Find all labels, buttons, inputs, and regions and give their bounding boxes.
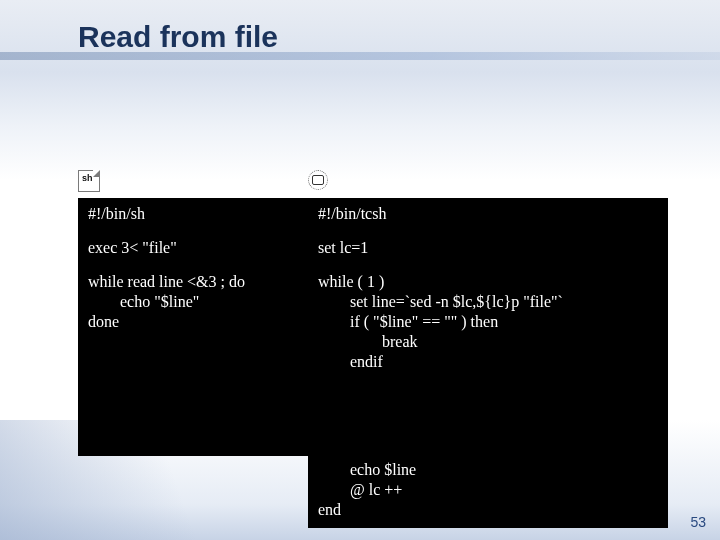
icon-row: sh	[78, 170, 668, 196]
tcsh-loop: while ( 1 ) set line=`sed -n $lc,${lc}p …	[318, 272, 658, 372]
slide-container: Read from file sh #!/bin/sh #!/bin/tcsh …	[0, 0, 720, 540]
sh-shebang: #!/bin/sh	[88, 204, 298, 224]
page-title: Read from file	[78, 20, 278, 54]
tcsh-setup: set lc=1	[318, 238, 658, 258]
csh-dotted-icon	[308, 170, 328, 190]
code-row-setup: exec 3< "file" set lc=1	[78, 232, 668, 266]
dogear-icon	[93, 170, 100, 177]
code-row-loop: while read line <&3 ; do echo "$line" do…	[78, 266, 668, 456]
sh-file-icon: sh	[78, 170, 100, 192]
page-number: 53	[690, 514, 706, 530]
tcsh-tail: echo $line @ lc ++ end	[318, 460, 658, 520]
sh-loop: while read line <&3 ; do echo "$line" do…	[88, 272, 298, 332]
code-row-shebang: #!/bin/sh #!/bin/tcsh	[78, 198, 668, 232]
code-row-tail: echo $line @ lc ++ end	[308, 456, 668, 528]
tcsh-shebang: #!/bin/tcsh	[318, 204, 658, 224]
sh-file-icon-label: sh	[82, 174, 93, 183]
csh-core-icon	[312, 175, 324, 185]
sh-setup: exec 3< "file"	[88, 238, 298, 258]
